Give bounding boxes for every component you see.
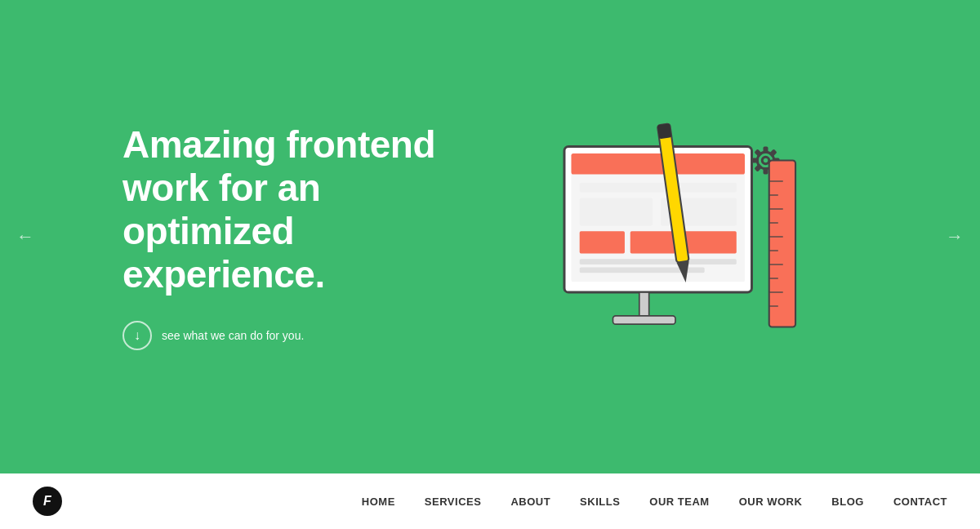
svg-rect-7 bbox=[754, 163, 762, 171]
svg-rect-19 bbox=[580, 259, 737, 264]
down-arrow-icon: ↓ bbox=[122, 321, 152, 350]
navbar: F HOMESERVICESABOUTSKILLSOUR TEAMOUR WOR… bbox=[0, 473, 980, 529]
navbar-logo[interactable]: F bbox=[33, 487, 62, 516]
svg-rect-18 bbox=[681, 231, 737, 253]
hero-cta[interactable]: ↓ see what we can do for you. bbox=[122, 321, 466, 350]
hero-illustration bbox=[466, 98, 858, 376]
nav-link-our-work[interactable]: OUR WORK bbox=[739, 496, 803, 508]
svg-rect-16 bbox=[580, 231, 625, 253]
cta-text: see what we can do for you. bbox=[162, 329, 304, 342]
nav-link-about[interactable]: ABOUT bbox=[510, 496, 550, 508]
svg-rect-14 bbox=[580, 198, 653, 225]
nav-link-contact[interactable]: CONTACT bbox=[893, 496, 947, 508]
svg-rect-9 bbox=[754, 149, 762, 157]
nav-link-home[interactable]: HOME bbox=[362, 496, 395, 508]
svg-rect-2 bbox=[764, 147, 768, 154]
nav-link-skills[interactable]: SKILLS bbox=[580, 496, 620, 508]
hero-content: Amazing frontend work for an optimized e… bbox=[122, 98, 858, 376]
svg-rect-36 bbox=[657, 123, 672, 139]
svg-rect-12 bbox=[572, 153, 746, 175]
svg-rect-13 bbox=[580, 183, 737, 193]
svg-rect-3 bbox=[768, 149, 777, 157]
svg-rect-23 bbox=[769, 161, 795, 327]
nav-link-our-team[interactable]: OUR TEAM bbox=[649, 496, 709, 508]
hero-section: ← Amazing frontend work for an optimized… bbox=[0, 0, 980, 473]
svg-rect-22 bbox=[613, 316, 676, 324]
illustration-svg bbox=[523, 98, 800, 376]
svg-rect-6 bbox=[764, 167, 768, 175]
navbar-links: HOMESERVICESABOUTSKILLSOUR TEAMOUR WORKB… bbox=[362, 496, 947, 508]
hero-headline: Amazing frontend work for an optimized e… bbox=[122, 123, 466, 296]
hero-text-block: Amazing frontend work for an optimized e… bbox=[122, 123, 466, 350]
nav-link-blog[interactable]: BLOG bbox=[831, 496, 864, 508]
next-arrow[interactable]: → bbox=[946, 226, 964, 247]
nav-link-services[interactable]: SERVICES bbox=[425, 496, 482, 508]
svg-point-1 bbox=[762, 157, 769, 164]
prev-arrow[interactable]: ← bbox=[16, 226, 34, 247]
svg-rect-21 bbox=[639, 292, 649, 318]
svg-rect-17 bbox=[630, 231, 675, 253]
